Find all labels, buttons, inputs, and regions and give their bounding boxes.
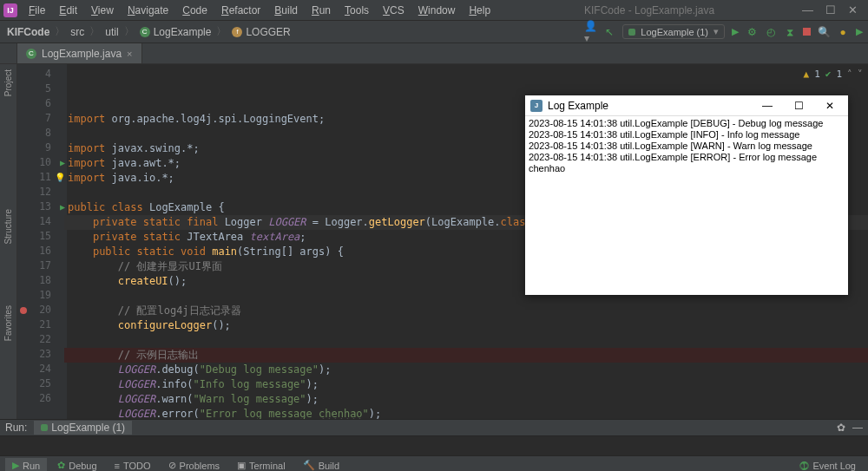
log-window-title: Log Example — [548, 100, 749, 112]
menu-navigate[interactable]: Navigate — [122, 3, 174, 18]
chevron-up-icon[interactable]: ˄ — [847, 67, 852, 82]
structure-tool[interactable]: Structure — [3, 209, 13, 245]
chevron-down-icon[interactable]: ˅ — [858, 67, 863, 82]
minimize-icon[interactable]: — — [802, 3, 813, 16]
run-panel-title: Run: — [5, 422, 27, 434]
nav-toolbar: KIFCode 〉 src 〉 util 〉 CLogExample 〉 fLO… — [0, 21, 868, 43]
tab-run[interactable]: ▶Run — [5, 458, 47, 471]
menu-file[interactable]: File — [23, 3, 51, 18]
debug-icon[interactable]: ⚙ — [746, 26, 758, 38]
title-bar: IJ FileEditViewNavigateCodeRefactorBuild… — [0, 0, 868, 21]
editor-tab-label: LogExample.java — [42, 48, 122, 60]
menu-window[interactable]: Window — [412, 3, 462, 18]
log-window-body[interactable]: 2023-08-15 14:01:38 util.LogExample [DEB… — [525, 116, 848, 295]
run-gutter-icon[interactable]: ▶ — [60, 158, 65, 167]
menu-build[interactable]: Build — [268, 3, 304, 18]
log-example-window[interactable]: J Log Example — ☐ ✕ 2023-08-15 14:01:38 … — [525, 95, 848, 295]
inspection-widget[interactable]: ▲1 ✔1 ˄ ˅ — [804, 67, 864, 82]
class-icon: C — [26, 49, 36, 59]
window-title: KIFCode - LogExample.java — [496, 4, 802, 16]
menu-view[interactable]: View — [85, 3, 120, 18]
breakpoint-icon[interactable] — [20, 307, 27, 314]
tab-eventlog[interactable]: ⓵Event Log — [792, 459, 863, 472]
menu-code[interactable]: Code — [176, 3, 214, 18]
tab-terminal[interactable]: ▣Terminal — [230, 458, 293, 471]
run-config-selector[interactable]: LogExample (1) ▾ — [622, 24, 725, 39]
main-menu: FileEditViewNavigateCodeRefactorBuildRun… — [23, 3, 496, 18]
coverage-icon[interactable]: ◴ — [765, 26, 777, 38]
java-icon: J — [530, 100, 542, 112]
menu-edit[interactable]: Edit — [53, 3, 83, 18]
back-icon[interactable]: ↖ — [603, 26, 615, 38]
menu-refactor[interactable]: Refactor — [215, 3, 266, 18]
run-panel-config[interactable]: LogExample (1) — [34, 421, 132, 435]
log-line: 2023-08-15 14:01:38 util.LogExample [DEB… — [529, 118, 845, 129]
bottom-tool-tabs: ▶Run ✿Debug ≡TODO ⊘Problems ▣Terminal 🔨B… — [0, 455, 868, 471]
check-count: 1 — [836, 67, 842, 82]
breadcrumb-util[interactable]: util — [103, 25, 120, 39]
breadcrumb: KIFCode 〉 src 〉 util 〉 CLogExample 〉 fLO… — [5, 24, 293, 39]
run-icon[interactable]: ▶ — [732, 26, 739, 37]
gear-icon[interactable]: ✿ — [837, 422, 845, 434]
log-close-icon[interactable]: ✕ — [817, 100, 843, 112]
toolbar-right: 👤▾ ↖ LogExample (1) ▾ ▶ ⚙ ◴ ⧗ 🔍 ● ▶ — [584, 24, 863, 39]
window-controls: — ☐ ✕ — [802, 3, 865, 16]
run-gutter-icon[interactable]: ▶ — [60, 202, 65, 212]
close-tab-icon[interactable]: × — [127, 49, 132, 59]
run-panel-header: Run: LogExample (1) ✿ — — [0, 419, 868, 436]
user-icon[interactable]: 👤▾ — [584, 26, 596, 38]
log-line: 2023-08-15 14:01:38 util.LogExample [INF… — [529, 129, 845, 141]
settings-help-icon[interactable]: ● — [837, 26, 849, 38]
stop-icon[interactable] — [803, 26, 811, 38]
search-icon[interactable]: 🔍 — [818, 26, 830, 38]
menu-help[interactable]: Help — [463, 3, 496, 18]
favorites-tool[interactable]: Favorites — [3, 305, 13, 341]
profile-icon[interactable]: ⧗ — [784, 26, 796, 38]
log-window-titlebar[interactable]: J Log Example — ☐ ✕ — [525, 95, 848, 116]
log-minimize-icon[interactable]: — — [754, 100, 780, 112]
editor-tab[interactable]: C LogExample.java × — [17, 43, 142, 63]
editor-gutter[interactable]: 45678910▶11💡1213▶14151617181920212223242… — [17, 64, 68, 419]
warning-icon: ▲ — [804, 67, 810, 82]
tab-problems[interactable]: ⊘Problems — [161, 458, 227, 471]
run-output[interactable] — [0, 436, 868, 455]
close-icon[interactable]: ✕ — [848, 3, 858, 16]
log-line: 2023-08-15 14:01:38 util.LogExample [WAR… — [529, 141, 845, 152]
hide-panel-icon[interactable]: — — [852, 422, 863, 434]
left-tool-stripe: Project Structure Favorites — [0, 64, 17, 419]
app-icon: IJ — [3, 3, 17, 17]
tab-todo[interactable]: ≡TODO — [108, 459, 158, 472]
check-icon: ✔ — [825, 67, 832, 82]
project-tool-stripe[interactable] — [0, 43, 17, 63]
play-extra-icon[interactable]: ▶ — [856, 26, 863, 37]
editor-tabs: C LogExample.java × — [0, 43, 868, 64]
tab-debug[interactable]: ✿Debug — [50, 458, 103, 471]
log-maximize-icon[interactable]: ☐ — [786, 100, 812, 112]
menu-vcs[interactable]: VCS — [377, 3, 411, 18]
project-tool[interactable]: Project — [3, 69, 13, 96]
breadcrumb-member[interactable]: fLOGGER — [230, 25, 292, 39]
maximize-icon[interactable]: ☐ — [825, 3, 836, 16]
warning-count: 1 — [814, 67, 820, 82]
breadcrumb-project[interactable]: KIFCode — [5, 25, 51, 39]
menu-run[interactable]: Run — [306, 3, 337, 18]
intention-bulb-icon[interactable]: 💡 — [55, 173, 65, 182]
breadcrumb-src[interactable]: src — [69, 25, 86, 39]
breadcrumb-class[interactable]: CLogExample — [138, 25, 214, 39]
log-line: 2023-08-15 14:01:38 util.LogExample [ERR… — [529, 152, 845, 174]
tab-build[interactable]: 🔨Build — [296, 458, 346, 471]
menu-tools[interactable]: Tools — [339, 3, 375, 18]
